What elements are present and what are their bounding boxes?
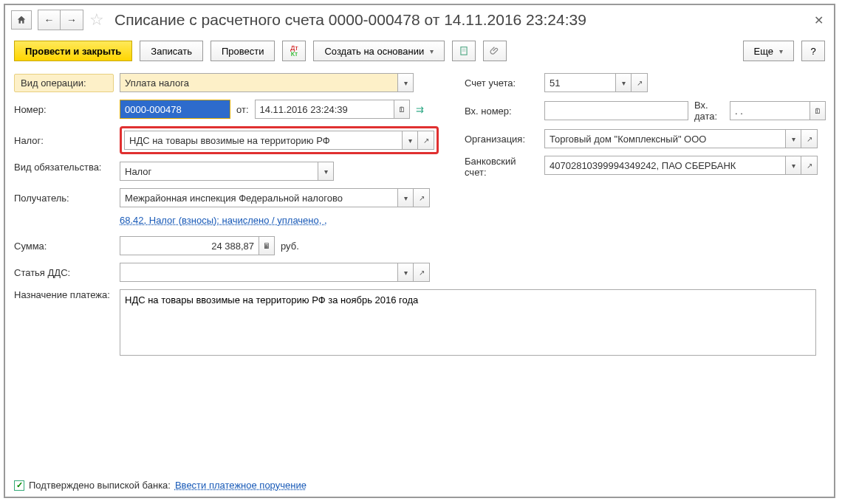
save-button[interactable]: Записать (140, 41, 203, 61)
bank-acc-label: Банковский счет: (465, 156, 538, 178)
purpose-label: Назначение платежа: (14, 289, 114, 300)
tax-label: Налог: (14, 135, 114, 146)
toolbar: Провести и закрыть Записать Провести ДтК… (5, 35, 834, 67)
titlebar: ← → ☆ Списание с расчетного счета 0000-0… (5, 5, 834, 35)
recipient-label: Получатель: (14, 193, 114, 204)
in-date-input[interactable]: . . (730, 101, 810, 120)
op-type-input[interactable]: Уплата налога (120, 73, 397, 92)
recipient-dropdown[interactable]: ▾ (397, 188, 414, 207)
create-based-button[interactable]: Создать на основании (313, 41, 445, 61)
account-dropdown[interactable]: ▾ (615, 73, 632, 92)
org-dropdown[interactable]: ▾ (785, 129, 801, 148)
tax-open-button[interactable]: ↗ (418, 131, 434, 150)
date-calendar-button[interactable]: 🗓 (394, 100, 410, 119)
date-input[interactable]: 14.11.2016 23:24:39 (255, 100, 394, 119)
account-label: Счет учета: (465, 77, 538, 89)
in-date-label: Вх. дата: (694, 100, 724, 122)
post-and-close-button[interactable]: Провести и закрыть (14, 41, 132, 61)
bank-acc-open-button[interactable]: ↗ (801, 156, 818, 175)
sum-input[interactable]: 24 388,87 (120, 236, 259, 255)
org-input[interactable]: Торговый дом "Комплексный" ООО (544, 129, 785, 148)
bank-acc-dropdown[interactable]: ▾ (785, 156, 801, 175)
enter-payment-link[interactable]: Ввести платежное поручение (175, 480, 307, 491)
bank-acc-input[interactable]: 40702810399994349242, ПАО СБЕРБАНК (544, 156, 785, 175)
op-type-dropdown[interactable]: ▾ (397, 73, 414, 92)
help-button[interactable]: ? (801, 41, 825, 61)
org-open-button[interactable]: ↗ (801, 129, 818, 148)
obligation-input[interactable]: Налог (120, 162, 318, 181)
number-input[interactable]: 0000-000478 (120, 100, 230, 119)
window-title: Списание с расчетного счета 0000-000478 … (114, 11, 586, 29)
account-link[interactable]: 68.42, Налог (взносы): начислено / уплач… (120, 215, 327, 226)
favorite-star-icon[interactable]: ☆ (89, 10, 104, 30)
back-button[interactable]: ← (38, 10, 61, 30)
rub-label: руб. (281, 241, 299, 252)
dds-label: Статья ДДС: (14, 267, 114, 278)
sum-calc-button[interactable]: 🖩 (259, 236, 275, 255)
dtkt-button[interactable]: ДтКт (282, 41, 306, 61)
post-button[interactable]: Провести (210, 41, 275, 61)
purpose-textarea[interactable] (120, 289, 816, 356)
more-button[interactable]: Еще (743, 41, 794, 61)
tax-dropdown[interactable]: ▾ (402, 131, 418, 150)
from-label: от: (236, 104, 249, 115)
attachment-icon-button[interactable] (483, 41, 507, 61)
obligation-dropdown[interactable]: ▾ (318, 162, 334, 181)
confirmed-checkbox[interactable]: ✓ (14, 480, 24, 491)
number-label: Номер: (14, 104, 114, 115)
op-type-label: Вид операции: (14, 74, 114, 92)
recipient-open-button[interactable]: ↗ (414, 188, 430, 207)
in-number-input[interactable] (544, 101, 688, 120)
document-icon-button[interactable] (452, 41, 476, 61)
account-input[interactable]: 51 (544, 73, 615, 92)
account-open-button[interactable]: ↗ (632, 73, 648, 92)
link-icon[interactable]: ⇉ (416, 104, 424, 115)
dds-dropdown[interactable]: ▾ (397, 263, 414, 282)
confirmed-label: Подтверждено выпиской банка: (29, 480, 171, 491)
sum-label: Сумма: (14, 241, 114, 252)
home-button[interactable] (11, 10, 32, 30)
footer: ✓ Подтверждено выпиской банка: Ввести пл… (14, 480, 307, 491)
in-date-calendar-button[interactable]: 🗓 (810, 101, 826, 120)
in-number-label: Вх. номер: (465, 106, 538, 117)
dds-open-button[interactable]: ↗ (414, 263, 430, 282)
dds-input[interactable] (120, 263, 397, 282)
obligation-label: Вид обязательства: (14, 162, 114, 173)
close-icon[interactable]: ✕ (810, 13, 828, 27)
forward-button[interactable]: → (61, 10, 83, 30)
tax-input[interactable]: НДС на товары ввозимые на территорию РФ (124, 131, 402, 150)
recipient-input[interactable]: Межрайонная инспекция Федеральной налого… (120, 188, 397, 207)
org-label: Организация: (465, 134, 538, 145)
